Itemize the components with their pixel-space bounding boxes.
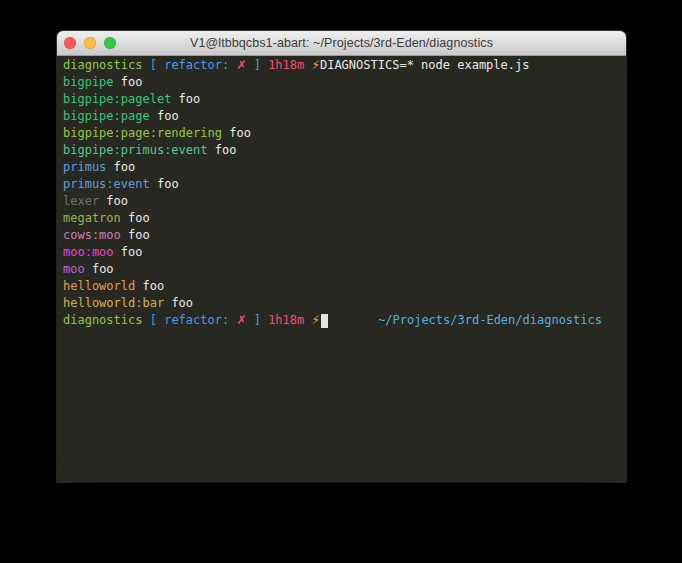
title-bar[interactable]: V1@ltbbqcbs1-abart: ~/Projects/3rd-Eden/… (57, 31, 626, 56)
terminal-text-segment: bigpipe:primus:event (63, 142, 208, 159)
terminal-text-segment: foo (150, 108, 179, 125)
terminal-text-segment: ] (246, 57, 260, 74)
terminal-text-segment: foo (164, 295, 193, 312)
terminal-cursor (321, 314, 328, 328)
terminal-line: lexer foo (63, 193, 620, 210)
terminal-line: bigpipe:primus:event foo (63, 142, 620, 159)
terminal-text-segment: [ refactor: (142, 312, 236, 329)
zoom-button[interactable] (104, 37, 116, 49)
terminal-line: megatron foo (63, 210, 620, 227)
terminal-text-segment: DIAGNOSTICS=* node example.js (320, 57, 530, 74)
traffic-lights (64, 37, 116, 49)
terminal-text-segment: moo (63, 261, 85, 278)
terminal-text-segment: primus:event (63, 176, 150, 193)
terminal-text-segment: diagnostics (63, 57, 142, 74)
terminal-text-segment: moo:moo (63, 244, 114, 261)
terminal-line: bigpipe:page foo (63, 108, 620, 125)
close-button[interactable] (64, 37, 76, 49)
terminal-line: bigpipe foo (63, 74, 620, 91)
terminal-text-segment: lexer (63, 193, 99, 210)
terminal-text-segment: bigpipe:page:rendering (63, 125, 222, 142)
terminal-line: bigpipe:page:rendering foo (63, 125, 620, 142)
terminal-text-segment: foo (222, 125, 251, 142)
terminal-line: bigpipe:pagelet foo (63, 91, 620, 108)
terminal-text-segment: foo (135, 278, 164, 295)
terminal-text-segment: foo (99, 193, 128, 210)
terminal-text-segment: 1h18m (261, 312, 312, 329)
terminal-line: primus foo (63, 159, 620, 176)
terminal-text-segment: 1h18m (261, 57, 312, 74)
terminal-text-segment: foo (85, 261, 114, 278)
terminal-line: moo:moo foo (63, 244, 620, 261)
terminal-line: diagnostics [ refactor: ✗ ] 1h18m ⚡~/Pro… (63, 312, 620, 329)
terminal-text-segment: foo (114, 244, 143, 261)
terminal-text-segment: bigpipe:pagelet (63, 91, 171, 108)
terminal-text-segment: diagnostics (63, 312, 142, 329)
terminal-text-segment: helloworld (63, 278, 135, 295)
minimize-button[interactable] (84, 37, 96, 49)
terminal-text-segment: foo (121, 227, 150, 244)
terminal-text-segment: megatron (63, 210, 121, 227)
terminal-line: moo foo (63, 261, 620, 278)
terminal-text-segment: foo (106, 159, 135, 176)
terminal-text-segment: foo (150, 176, 179, 193)
terminal-text-segment: helloworld:bar (63, 295, 164, 312)
terminal-text-segment: bigpipe:page (63, 108, 150, 125)
terminal-line: helloworld foo (63, 278, 620, 295)
terminal-text-segment: primus (63, 159, 106, 176)
terminal-text-segment: foo (208, 142, 237, 159)
terminal-text-segment: ] (246, 312, 260, 329)
terminal-text-segment: [ refactor: (142, 57, 236, 74)
terminal-output[interactable]: diagnostics [ refactor: ✗ ] 1h18m ⚡DIAGN… (57, 56, 626, 482)
cross-mark-icon: ✗ (236, 57, 246, 74)
window-title: V1@ltbbqcbs1-abart: ~/Projects/3rd-Eden/… (57, 36, 626, 50)
lightning-bolt-icon: ⚡ (312, 312, 320, 329)
terminal-window: V1@ltbbqcbs1-abart: ~/Projects/3rd-Eden/… (57, 31, 626, 482)
terminal-line: diagnostics [ refactor: ✗ ] 1h18m ⚡DIAGN… (63, 57, 620, 74)
terminal-line: helloworld:bar foo (63, 295, 620, 312)
terminal-line: primus:event foo (63, 176, 620, 193)
terminal-text-segment: cows:moo (63, 227, 121, 244)
terminal-text-segment: foo (121, 210, 150, 227)
terminal-line: cows:moo foo (63, 227, 620, 244)
lightning-bolt-icon: ⚡ (312, 57, 320, 74)
terminal-text-segment: bigpipe (63, 74, 114, 91)
terminal-text-segment: foo (114, 74, 143, 91)
terminal-text-segment: foo (171, 91, 200, 108)
cross-mark-icon: ✗ (236, 312, 246, 329)
right-prompt-path: ~/Projects/3rd-Eden/diagnostics (378, 312, 602, 329)
